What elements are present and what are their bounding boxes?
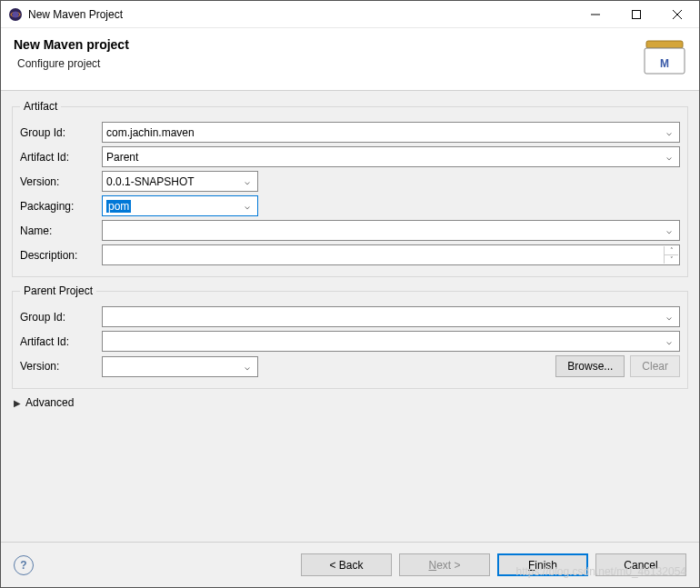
- close-icon: [673, 10, 682, 19]
- advanced-label: Advanced: [25, 396, 74, 409]
- next-button: Next >: [399, 553, 490, 576]
- group-id-combo[interactable]: com.jachin.maven⌵: [102, 122, 680, 143]
- chevron-down-icon: ⌵: [663, 127, 675, 137]
- description-spinner[interactable]: ˄˅: [664, 246, 678, 264]
- chevron-down-icon: ˅: [664, 255, 678, 264]
- maven-wizard-icon: M: [643, 37, 686, 77]
- advanced-expander[interactable]: ▶ Advanced: [14, 396, 686, 409]
- artifact-group: Artifact Group Id: com.jachin.maven⌵ Art…: [12, 100, 688, 277]
- chevron-down-icon: ⌵: [663, 336, 675, 346]
- group-id-label: Group Id:: [20, 126, 96, 139]
- artifact-id-label: Artifact Id:: [20, 151, 96, 164]
- parent-project-group: Parent Project Group Id: ⌵ Artifact Id: …: [12, 284, 688, 389]
- description-input[interactable]: ˄˅: [102, 244, 680, 265]
- chevron-down-icon: ⌵: [663, 152, 675, 162]
- packaging-label: Packaging:: [20, 200, 96, 213]
- artifact-legend: Artifact: [20, 100, 61, 113]
- triangle-right-icon: ▶: [14, 398, 21, 408]
- eclipse-icon: [8, 7, 23, 22]
- page-title: New Maven project: [14, 37, 643, 52]
- name-label: Name:: [20, 224, 96, 237]
- close-button[interactable]: [656, 1, 697, 27]
- help-button[interactable]: ?: [14, 555, 34, 575]
- description-label: Description:: [20, 249, 96, 262]
- parent-artifact-id-combo[interactable]: ⌵: [102, 331, 680, 352]
- artifact-id-combo[interactable]: Parent⌵: [102, 146, 680, 167]
- parent-version-label: Version:: [20, 360, 96, 373]
- back-button[interactable]: < Back: [301, 553, 392, 576]
- dialog-header: New Maven project Configure project M: [1, 28, 699, 91]
- maximize-icon: [632, 10, 641, 19]
- parent-legend: Parent Project: [20, 284, 96, 297]
- chevron-down-icon: ⌵: [241, 201, 254, 211]
- help-icon: ?: [20, 559, 26, 572]
- chevron-down-icon: ⌵: [663, 312, 675, 322]
- maximize-button[interactable]: [615, 1, 656, 27]
- packaging-combo[interactable]: pom⌵: [102, 195, 258, 216]
- parent-artifact-id-label: Artifact Id:: [20, 335, 96, 348]
- window-title: New Maven Project: [28, 8, 575, 21]
- svg-rect-4: [632, 10, 640, 18]
- dialog-body: Artifact Group Id: com.jachin.maven⌵ Art…: [1, 91, 699, 548]
- chevron-down-icon: ⌵: [241, 176, 254, 186]
- browse-button[interactable]: Browse...: [555, 355, 625, 377]
- finish-button[interactable]: Finish: [497, 553, 588, 576]
- svg-point-2: [13, 11, 19, 17]
- version-combo[interactable]: 0.0.1-SNAPSHOT⌵: [102, 171, 258, 192]
- minimize-icon: [591, 10, 600, 19]
- cancel-button[interactable]: Cancel: [595, 553, 686, 576]
- dialog-footer: ? < Back Next > Finish Cancel: [1, 542, 699, 587]
- parent-version-combo[interactable]: ⌵: [102, 356, 258, 377]
- titlebar: New Maven Project: [1, 1, 699, 28]
- page-subtitle: Configure project: [17, 57, 643, 70]
- parent-group-id-label: Group Id:: [20, 311, 96, 324]
- chevron-down-icon: ⌵: [241, 362, 254, 372]
- name-combo[interactable]: ⌵: [102, 220, 680, 241]
- parent-group-id-combo[interactable]: ⌵: [102, 306, 680, 327]
- chevron-up-icon: ˄: [664, 246, 678, 255]
- minimize-button[interactable]: [575, 1, 615, 27]
- version-label: Version:: [20, 175, 96, 188]
- svg-text:M: M: [660, 57, 669, 70]
- chevron-down-icon: ⌵: [663, 225, 675, 235]
- svg-rect-7: [646, 41, 683, 48]
- clear-button: Clear: [630, 355, 680, 377]
